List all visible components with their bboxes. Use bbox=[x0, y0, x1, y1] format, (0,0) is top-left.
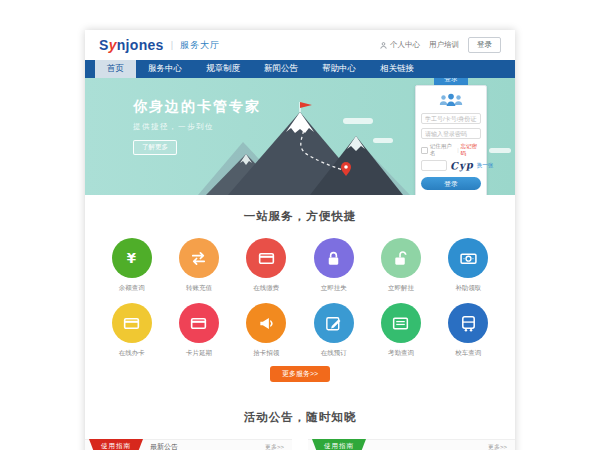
brand-logo[interactable]: Synjones bbox=[99, 37, 164, 53]
nav-item-3[interactable]: 新闻公告 bbox=[252, 60, 310, 78]
service-label: 在线预订 bbox=[321, 349, 347, 358]
yuan-icon[interactable]: ¥ bbox=[112, 238, 152, 278]
remember-row: 记住用户名 | 忘记密码 bbox=[421, 143, 481, 157]
service-item-4: 立即解挂 bbox=[367, 238, 434, 293]
unlock-icon[interactable] bbox=[381, 238, 421, 278]
service-label: 校车查询 bbox=[455, 349, 481, 358]
service-label: 余额查询 bbox=[119, 284, 145, 293]
more-services-button[interactable]: 更多服务>> bbox=[270, 366, 330, 382]
user-training-link[interactable]: 用户培训 bbox=[429, 40, 459, 50]
separator: | bbox=[457, 147, 458, 153]
logo-divider: | bbox=[171, 40, 173, 50]
remember-checkbox[interactable] bbox=[421, 147, 428, 154]
transfer-icon[interactable] bbox=[179, 238, 219, 278]
personal-center-label: 个人中心 bbox=[390, 40, 420, 49]
svg-text:¥: ¥ bbox=[127, 251, 137, 266]
captcha-image[interactable]: Cyp bbox=[450, 159, 474, 172]
login-form: 记住用户名 | 忘记密码 Cyp 换一张 登录 bbox=[415, 85, 487, 195]
site-name: 服务大厅 bbox=[180, 39, 220, 52]
service-hall-page: Synjones | 服务大厅 个人中心 用户培训 登录 首页服务中心规章制度新… bbox=[85, 30, 515, 450]
services-grid: ¥余额查询转账充值在线缴费立即挂失立即解挂补助领取在线办卡卡片延期拾卡招领在线预… bbox=[98, 238, 502, 358]
service-item-8: 拾卡招领 bbox=[233, 303, 300, 358]
services-section: 一站服务，方便快捷 ¥余额查询转账充值在线缴费立即挂失立即解挂补助领取在线办卡卡… bbox=[85, 195, 515, 398]
tab-usage-guide-right[interactable]: 使用指南 bbox=[317, 439, 361, 450]
bus-icon[interactable] bbox=[448, 303, 488, 343]
service-item-6: 在线办卡 bbox=[98, 303, 165, 358]
service-label: 拾卡招领 bbox=[253, 349, 279, 358]
logo-text-rest: njones bbox=[117, 37, 164, 53]
announcements-section: 活动公告，随时知晓 使用指南 最新公告 更多>> 使用指南 更多>> bbox=[85, 398, 515, 450]
captcha-input[interactable] bbox=[421, 160, 447, 171]
personal-center-link[interactable]: 个人中心 bbox=[379, 40, 420, 50]
topbar-utilities: 个人中心 用户培训 登录 bbox=[379, 37, 501, 53]
users-icon bbox=[436, 92, 466, 108]
hero-text: 你身边的卡管专家 提供捷径，一步到位 了解更多 bbox=[133, 98, 261, 155]
tab-usage-guide-left[interactable]: 使用指南 bbox=[94, 439, 138, 450]
nav-item-4[interactable]: 帮助中心 bbox=[310, 60, 368, 78]
service-item-0: ¥余额查询 bbox=[98, 238, 165, 293]
service-label: 立即挂失 bbox=[321, 284, 347, 293]
usage-guide-panel-right: 使用指南 更多>> bbox=[308, 439, 515, 450]
hero-title: 你身边的卡管专家 bbox=[133, 98, 261, 116]
cloud-shape bbox=[489, 148, 511, 153]
bank-card-icon[interactable] bbox=[246, 238, 286, 278]
nav-item-2[interactable]: 规章制度 bbox=[194, 60, 252, 78]
topbar: Synjones | 服务大厅 个人中心 用户培训 登录 bbox=[85, 30, 515, 60]
main-nav: 首页服务中心规章制度新闻公告帮助中心相关链接 bbox=[85, 60, 515, 78]
attendance-icon[interactable] bbox=[381, 303, 421, 343]
service-item-9: 在线预订 bbox=[300, 303, 367, 358]
banknote-icon[interactable] bbox=[448, 238, 488, 278]
service-item-1: 转账充值 bbox=[165, 238, 232, 293]
lock-icon[interactable] bbox=[314, 238, 354, 278]
service-item-3: 立即挂失 bbox=[300, 238, 367, 293]
service-item-5: 补助领取 bbox=[435, 238, 502, 293]
hero-cta-button[interactable]: 了解更多 bbox=[133, 140, 177, 155]
service-label: 卡片延期 bbox=[186, 349, 212, 358]
bank-card-icon[interactable] bbox=[179, 303, 219, 343]
login-button-top[interactable]: 登录 bbox=[468, 37, 501, 53]
logo-text: S bbox=[99, 37, 109, 53]
hero-subtitle: 提供捷径，一步到位 bbox=[133, 122, 261, 132]
announcements-title: 活动公告，随时知晓 bbox=[85, 410, 515, 425]
service-label: 考勤查询 bbox=[388, 349, 414, 358]
captcha-row: Cyp 换一张 bbox=[421, 160, 481, 171]
logo-accent: y bbox=[109, 37, 117, 53]
usage-guide-panel: 使用指南 最新公告 更多>> bbox=[85, 439, 292, 450]
login-id-input[interactable] bbox=[421, 113, 481, 124]
login-panel: 登录 记住用户名 | 忘记密码 Cyp 换一张 bbox=[415, 78, 487, 195]
services-title: 一站服务，方便快捷 bbox=[85, 209, 515, 224]
megaphone-icon[interactable] bbox=[246, 303, 286, 343]
latest-announcements-link[interactable]: 最新公告 bbox=[150, 442, 178, 450]
more-link-left[interactable]: 更多>> bbox=[265, 443, 284, 450]
forgot-password-link[interactable]: 忘记密码 bbox=[461, 143, 481, 157]
announcement-panels: 使用指南 最新公告 更多>> 使用指南 更多>> bbox=[85, 439, 515, 450]
person-icon bbox=[379, 41, 388, 50]
nav-item-1[interactable]: 服务中心 bbox=[136, 60, 194, 78]
remember-label: 记住用户名 bbox=[430, 143, 456, 157]
service-label: 在线办卡 bbox=[119, 349, 145, 358]
service-item-7: 卡片延期 bbox=[165, 303, 232, 358]
service-label: 补助领取 bbox=[455, 284, 481, 293]
service-label: 转账充值 bbox=[186, 284, 212, 293]
nav-item-0[interactable]: 首页 bbox=[95, 60, 136, 78]
service-item-10: 考勤查询 bbox=[367, 303, 434, 358]
nav-item-5[interactable]: 相关链接 bbox=[368, 60, 426, 78]
login-tab[interactable]: 登录 bbox=[434, 78, 468, 85]
service-item-11: 校车查询 bbox=[435, 303, 502, 358]
service-label: 立即解挂 bbox=[388, 284, 414, 293]
login-submit-button[interactable]: 登录 bbox=[421, 177, 481, 190]
hero-banner: 你身边的卡管专家 提供捷径，一步到位 了解更多 登录 bbox=[85, 78, 515, 195]
more-link-right[interactable]: 更多>> bbox=[488, 443, 507, 450]
bank-card-icon[interactable] bbox=[112, 303, 152, 343]
service-label: 在线缴费 bbox=[253, 284, 279, 293]
edit-icon[interactable] bbox=[314, 303, 354, 343]
service-item-2: 在线缴费 bbox=[233, 238, 300, 293]
captcha-refresh-link[interactable]: 换一张 bbox=[477, 162, 494, 169]
login-password-input[interactable] bbox=[421, 128, 481, 139]
